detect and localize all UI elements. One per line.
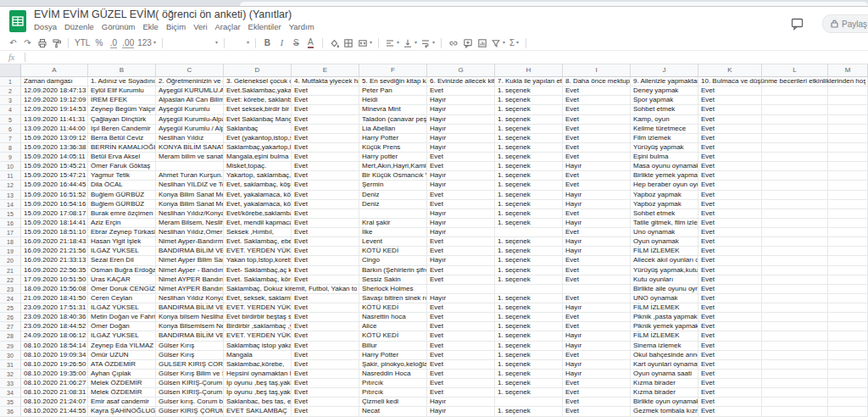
cell-I32[interactable]: Hayır — [563, 370, 631, 379]
insert-comment-icon[interactable] — [460, 38, 475, 48]
cell-K25[interactable]: Evet — [698, 303, 762, 313]
cell-E20[interactable]: Evet — [292, 256, 359, 265]
cell-D24[interactable]: Evet, seksek, saklambaç — [224, 294, 292, 303]
cell-A1[interactable]: Zaman damgası — [21, 77, 88, 86]
cell-D33[interactable]: İp oyunu ,beş taş,yakan t — [224, 379, 292, 388]
cell-B35[interactable]: Emir asaf candemir — [88, 398, 156, 407]
row-header-1[interactable]: 1 — [0, 77, 21, 86]
cell-H33[interactable]: 1. seçenek — [495, 379, 563, 388]
cell-C24[interactable]: Neslihan Yıldız Konya M — [156, 294, 224, 303]
row-header-33[interactable]: 33 — [0, 379, 21, 388]
cell-I5[interactable]: Evet — [563, 115, 631, 125]
cell-B18[interactable]: Hasan Yigit İşlek — [88, 237, 156, 247]
cell-K28[interactable]: Evet — [698, 331, 762, 341]
cell-H6[interactable]: 1. seçenek — [495, 125, 563, 134]
cell-B20[interactable]: Sezai Eren Dil — [88, 256, 156, 265]
cell-J22[interactable]: Kutu oyunları — [631, 275, 698, 285]
cell-J9[interactable]: Eşini bulma — [631, 153, 698, 162]
currency-format-button[interactable]: YTL — [73, 36, 92, 49]
cell-J15[interactable]: Sohbet etmek — [631, 209, 698, 219]
cell-E8[interactable]: Evet — [292, 143, 359, 153]
cell-D2[interactable]: Evet.Saklambac,yakanto — [224, 86, 292, 96]
cell-G17[interactable]: Hayır — [427, 228, 495, 237]
cell-I4[interactable]: Evet — [563, 105, 631, 114]
cell-A35[interactable]: 08.10.2020 21:24:07 — [21, 398, 88, 407]
cell-B29[interactable]: Zeynep Eda YILMAZ — [88, 342, 156, 351]
cell-A9[interactable]: 15.09.2020 14:05:11 — [21, 153, 88, 162]
cell-I6[interactable]: Evet — [563, 125, 631, 134]
cell-K3[interactable]: Evet — [698, 96, 762, 105]
cell-H25[interactable]: 1. seçenek — [495, 303, 563, 313]
cell-B22[interactable]: Uras KAÇAR — [88, 275, 156, 285]
cell-C17[interactable]: Neslihan Yıldız,Omer Ev — [156, 228, 224, 237]
cell-D23[interactable]: Saklambaç, Dokuz kiremit, Futbol, Yakan … — [224, 285, 292, 294]
cell-E2[interactable]: Evet — [292, 86, 359, 96]
cell-I19[interactable]: Hayır — [563, 247, 631, 256]
row-header-16[interactable]: 16 — [0, 219, 21, 228]
cell-K26[interactable]: Evet — [698, 313, 762, 322]
cell-J29[interactable]: Sinema izlemek — [631, 342, 698, 351]
cell-K5[interactable]: Evet — [698, 115, 762, 125]
cell-E16[interactable]: Evet — [292, 219, 359, 228]
cell-J19[interactable]: FİLM İZLEMEK — [631, 247, 698, 256]
cell-E35[interactable]: Evet — [292, 398, 359, 407]
cell-G7[interactable]: Hayır — [427, 134, 495, 143]
cell-B21[interactable]: Osman Buğra Erdoğan — [88, 266, 156, 275]
undo-icon[interactable]: ↶ — [6, 36, 20, 49]
cell-K22[interactable]: Evet — [698, 275, 762, 285]
cell-E3[interactable]: Evet — [292, 96, 359, 105]
cell-E12[interactable]: Evet — [292, 181, 359, 190]
cell-G6[interactable]: Hayır — [427, 125, 495, 134]
cell-B34[interactable]: Melek ÖZDEMİR — [88, 388, 156, 398]
row-header-22[interactable]: 22 — [0, 275, 21, 285]
cell-B4[interactable]: Zeynep Begüm Yalçın — [88, 105, 156, 114]
cell-C1[interactable]: 2. Öğretmeninizin ve oku — [156, 77, 224, 86]
row-header-25[interactable]: 25 — [0, 303, 21, 313]
row-header-20[interactable]: 20 — [0, 256, 21, 265]
cell-C11[interactable]: Ahmet Turan Kurşun. Ko — [156, 171, 224, 181]
cell-H13[interactable]: 1. seçenek — [495, 191, 563, 200]
cell-G20[interactable]: Hayır — [427, 256, 495, 265]
cell-E15[interactable]: Evet — [292, 209, 359, 219]
cell-B17[interactable]: Ebrar Zeynep Türkaslan — [88, 228, 156, 237]
cell-D7[interactable]: Evet (yakantop,istop,sak — [224, 134, 292, 143]
cell-C4[interactable]: Ayşegül Kurumlu — [156, 105, 224, 114]
cell-C21[interactable]: Nimet Ayper - Bandırma — [156, 266, 224, 275]
cell-K8[interactable]: Evet — [698, 143, 762, 153]
cell-G31[interactable]: Evet — [427, 360, 495, 370]
font-size-select[interactable]: ▾ — [229, 36, 251, 49]
row-header-35[interactable]: 35 — [0, 398, 21, 407]
cell-J4[interactable]: Sohbet etmek — [631, 105, 698, 114]
row-header-29[interactable]: 29 — [0, 342, 21, 351]
cell-E33[interactable]: Evet — [292, 379, 359, 388]
cell-D6[interactable]: Saklanbaç — [224, 125, 292, 134]
italic-button[interactable]: I — [275, 36, 289, 49]
insert-chart-icon[interactable] — [475, 38, 489, 48]
menu-item-ekle[interactable]: Ekle — [142, 22, 158, 32]
cell-F20[interactable]: Cingo — [359, 256, 427, 265]
cell-G15[interactable]: Hayır — [427, 209, 495, 219]
cell-D34[interactable]: İp oyunu ,beş taş,yakan t — [224, 388, 292, 398]
cell-H2[interactable]: 1. seçenek — [495, 86, 563, 96]
cell-K35[interactable]: Evet — [698, 398, 762, 407]
cell-H16[interactable]: 1. seçenek — [495, 219, 563, 228]
cell-F7[interactable]: Harry Potter — [359, 134, 427, 143]
cell-B15[interactable]: Burak emre özçimen — [88, 209, 156, 219]
cell-H24[interactable]: 1. seçenek — [495, 294, 563, 303]
row-header-3[interactable]: 3 — [0, 96, 21, 105]
menu-item-yardm[interactable]: Yardım — [289, 22, 314, 32]
cell-K14[interactable]: Evet — [698, 200, 762, 209]
cell-J21[interactable]: Yürüyüş yapmak,kutu oy — [631, 266, 698, 275]
cell-D15[interactable]: Evet/körebe,saklambaç,y — [224, 209, 292, 219]
cell-E14[interactable]: Evet — [292, 200, 359, 209]
cell-F29[interactable]: Billur — [359, 342, 427, 351]
cell-J2[interactable]: Deney yapmak — [631, 86, 698, 96]
cell-J12[interactable]: Hep beraber oyun oynan — [631, 181, 698, 190]
column-header-F[interactable]: F — [359, 64, 427, 77]
cell-B6[interactable]: Işıl Beren Candemir — [88, 125, 156, 134]
cell-C25[interactable]: BANDIRMA BİLİM VE SA — [156, 303, 224, 313]
cell-J5[interactable]: Kamp, oyun — [631, 115, 698, 125]
cell-K36[interactable]: Evet — [698, 407, 762, 416]
cell-E24[interactable]: Evet — [292, 294, 359, 303]
cell-D5[interactable]: Evet Saklanbaç Mangala — [224, 115, 292, 125]
